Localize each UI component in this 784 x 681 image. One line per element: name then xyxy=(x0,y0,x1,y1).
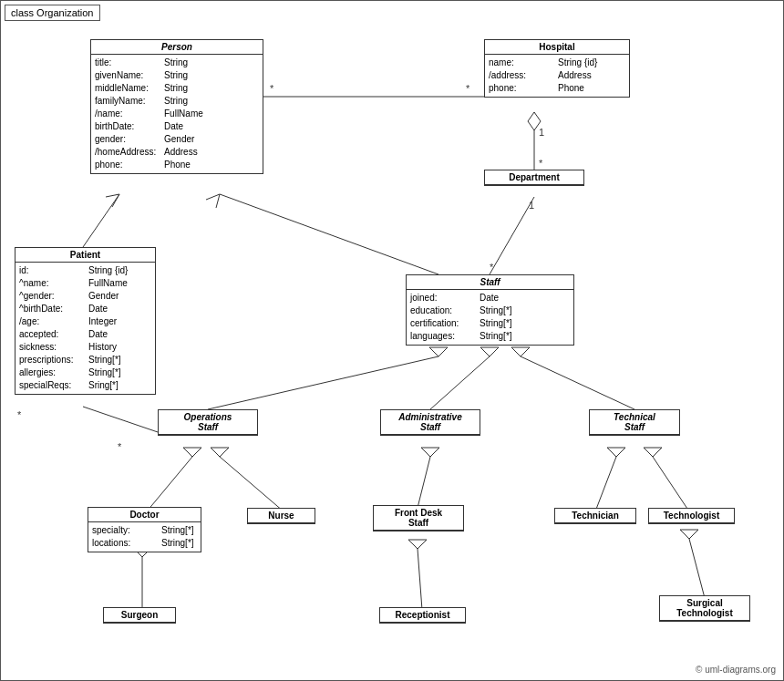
svg-line-15 xyxy=(208,356,438,409)
class-operations-staff: Operations Staff xyxy=(158,409,258,436)
svg-line-35 xyxy=(689,539,705,598)
class-staff-header: Staff xyxy=(407,275,573,290)
svg-line-10 xyxy=(83,194,119,247)
class-person: Person title:String givenName:String mid… xyxy=(90,39,263,174)
class-receptionist-header: Receptionist xyxy=(380,608,465,623)
svg-line-19 xyxy=(521,356,634,409)
svg-text:*: * xyxy=(270,83,274,94)
svg-line-13 xyxy=(83,407,160,433)
svg-marker-4 xyxy=(528,112,541,130)
class-technician: Technician xyxy=(554,508,636,524)
class-doctor-body: specialty:String[*] locations:String[*] xyxy=(88,522,201,552)
diagram-container: class Organization * * 1 * 1 * * * xyxy=(0,0,784,681)
class-person-body: title:String givenName:String middleName… xyxy=(91,55,263,173)
svg-text:*: * xyxy=(17,409,22,420)
class-doctor: Doctor specialty:String[*] locations:Str… xyxy=(88,507,201,552)
class-patient: Patient id:String {id} ^name:FullName ^g… xyxy=(15,247,156,395)
svg-marker-30 xyxy=(644,448,662,457)
svg-line-27 xyxy=(595,457,616,511)
svg-line-25 xyxy=(418,457,430,508)
class-technical-staff-header: Technical Staff xyxy=(590,410,679,435)
class-hospital-header: Hospital xyxy=(485,40,629,55)
class-front-desk-staff-header: Front Desk Staff xyxy=(374,506,463,531)
class-staff-body: joined:Date education:String[*] certific… xyxy=(407,290,573,345)
svg-line-29 xyxy=(653,457,689,511)
svg-text:*: * xyxy=(118,441,122,452)
class-admin-staff: Administrative Staff xyxy=(380,409,480,436)
svg-marker-26 xyxy=(421,448,439,457)
class-doctor-header: Doctor xyxy=(88,508,201,522)
svg-text:*: * xyxy=(490,262,494,273)
svg-marker-28 xyxy=(607,448,625,457)
class-technologist: Technologist xyxy=(648,508,735,524)
class-front-desk-staff: Front Desk Staff xyxy=(373,505,464,531)
svg-marker-34 xyxy=(408,540,427,549)
class-receptionist: Receptionist xyxy=(379,607,466,624)
svg-line-17 xyxy=(430,356,490,409)
class-department: Department xyxy=(484,170,584,186)
class-nurse-header: Nurse xyxy=(248,509,315,523)
class-surgical-technologist: Surgical Technologist xyxy=(659,595,750,622)
class-operations-staff-header: Operations Staff xyxy=(159,410,257,435)
diagram-title: class Organization xyxy=(5,5,100,21)
svg-marker-36 xyxy=(680,530,698,539)
class-surgeon: Surgeon xyxy=(103,607,176,624)
class-staff: Staff joined:Date education:String[*] ce… xyxy=(406,274,574,346)
svg-line-23 xyxy=(220,457,284,511)
svg-line-11 xyxy=(220,194,438,274)
class-patient-body: id:String {id} ^name:FullName ^gender:Ge… xyxy=(15,263,155,394)
svg-line-7 xyxy=(490,197,534,274)
svg-marker-24 xyxy=(211,448,229,457)
svg-text:*: * xyxy=(539,158,543,169)
svg-text:*: * xyxy=(466,83,470,94)
class-department-header: Department xyxy=(485,170,583,185)
svg-marker-22 xyxy=(183,448,201,457)
class-person-header: Person xyxy=(91,40,263,55)
class-technician-header: Technician xyxy=(555,509,635,523)
class-nurse: Nurse xyxy=(247,508,315,524)
copyright-text: © uml-diagrams.org xyxy=(696,665,776,675)
class-surgeon-header: Surgeon xyxy=(104,608,175,623)
svg-marker-16 xyxy=(429,347,448,356)
svg-line-21 xyxy=(147,457,192,511)
class-hospital-body: name:String {id} /address:Address phone:… xyxy=(485,55,629,97)
svg-text:1: 1 xyxy=(539,127,544,138)
class-admin-staff-header: Administrative Staff xyxy=(381,410,480,435)
class-hospital: Hospital name:String {id} /address:Addre… xyxy=(484,39,630,98)
class-technical-staff: Technical Staff xyxy=(589,409,680,436)
svg-marker-18 xyxy=(480,347,499,356)
class-patient-header: Patient xyxy=(15,248,155,263)
svg-text:1: 1 xyxy=(529,200,534,211)
svg-line-33 xyxy=(418,549,422,610)
class-surgical-technologist-header: Surgical Technologist xyxy=(660,596,749,621)
svg-marker-20 xyxy=(511,347,530,356)
class-technologist-header: Technologist xyxy=(649,509,734,523)
